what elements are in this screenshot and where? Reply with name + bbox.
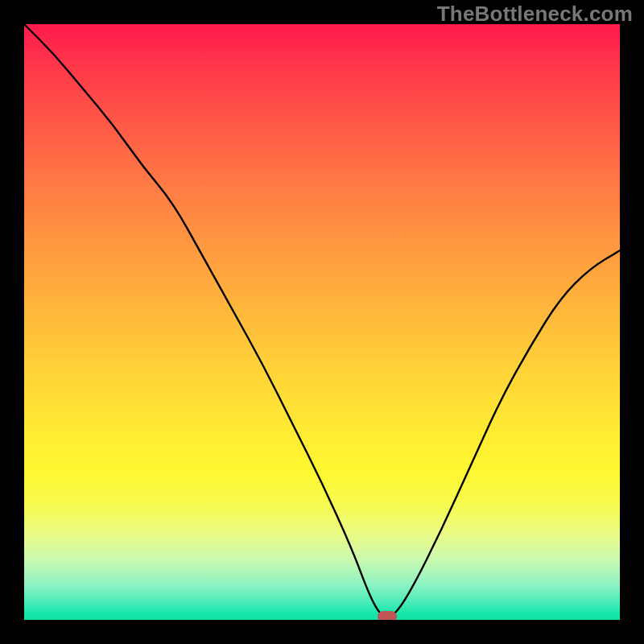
bottleneck-curve — [24, 24, 620, 620]
optimal-point-marker — [378, 611, 397, 620]
plot-area — [24, 24, 620, 620]
chart-container: TheBottleneck.com — [0, 0, 644, 644]
watermark-text: TheBottleneck.com — [437, 2, 633, 27]
